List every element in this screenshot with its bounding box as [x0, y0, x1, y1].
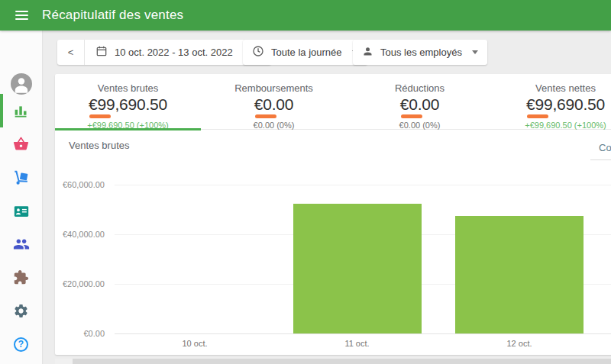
y-axis-tick-label: €60,000.00 [51, 180, 105, 189]
employee-filter-label: Tous les employés [380, 47, 462, 58]
date-range-control: < 10 oct. 2022 - 13 oct. 2022 > [57, 40, 271, 65]
gridline [115, 333, 611, 334]
avatar-icon [11, 73, 32, 95]
gear-icon [13, 303, 29, 319]
bar-chart-icon [13, 103, 29, 119]
contact-card-icon [13, 203, 30, 220]
calendar-icon [95, 45, 108, 60]
sidebar-item-employees[interactable] [0, 195, 42, 228]
x-axis-tick-label: 10 oct. [157, 339, 233, 348]
people-icon [13, 236, 30, 253]
sidebar-item-help[interactable]: ? [0, 327, 42, 361]
sidebar-item-customers[interactable] [0, 227, 42, 261]
hand-truck-icon [13, 169, 30, 186]
clock-icon [252, 45, 264, 60]
hamburger-menu-icon[interactable] [6, 0, 37, 31]
x-axis-tick-label: 11 oct. [319, 339, 396, 348]
prev-date-button[interactable]: < [57, 40, 84, 65]
chart-bar [455, 216, 584, 333]
date-range-label: 10 oct. 2022 - 13 oct. 2022 [115, 47, 233, 58]
employee-filter-dropdown[interactable]: Tous les employés [353, 40, 487, 65]
basket-icon [13, 136, 29, 152]
help-icon: ? [14, 337, 28, 352]
sidebar-item-settings[interactable] [0, 294, 42, 327]
y-axis-tick-label: €40,000.00 [51, 230, 105, 239]
page-title: Récapitulatif des ventes [42, 8, 183, 23]
date-range-button[interactable]: 10 oct. 2022 - 13 oct. 2022 [84, 40, 244, 65]
sidebar-item-reports[interactable] [0, 94, 42, 127]
bar-chart: €0.00€20,000.00€40,000.00€60,000.0010 oc… [55, 74, 611, 355]
sidebar-item-inventory[interactable] [0, 161, 42, 195]
time-filter-label: Toute la journée [271, 47, 342, 58]
person-icon [362, 46, 373, 60]
sidebar: ? [0, 31, 42, 364]
gridline [115, 185, 611, 185]
time-filter-dropdown[interactable]: Toute la journée [243, 40, 367, 65]
sidebar-item-integrations[interactable] [0, 260, 42, 294]
puzzle-icon [13, 269, 29, 285]
sales-summary-card: Ventes brutes €99,690.50 +€99,690.50 (+1… [55, 74, 611, 355]
app-header: Récapitulatif des ventes [0, 0, 611, 31]
horizontal-scrollbar-thumb[interactable] [73, 359, 611, 364]
x-axis-tick-label: 12 oct. [481, 339, 558, 348]
sidebar-item-items[interactable] [0, 127, 42, 160]
y-axis-tick-label: €20,000.00 [51, 279, 105, 288]
y-axis-tick-label: €0.00 [51, 329, 105, 338]
chart-bar [293, 204, 422, 333]
horizontal-scrollbar-track[interactable] [55, 359, 611, 364]
chevron-down-icon [472, 50, 478, 54]
